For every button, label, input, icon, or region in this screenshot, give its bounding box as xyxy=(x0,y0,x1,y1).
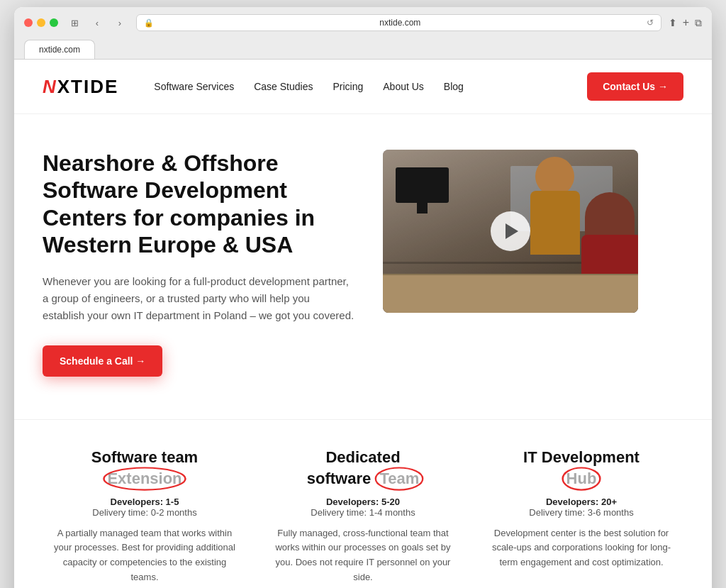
nav-blog[interactable]: Blog xyxy=(444,81,464,92)
service-3-meta: Developers: 20+ Delivery time: 3-6 month… xyxy=(486,497,676,518)
sidebar-toggle-icon[interactable]: ⊞ xyxy=(65,16,84,30)
service-card-hub: IT Development Hub Developers: 20+ Deliv… xyxy=(479,434,683,588)
services-section: Software team Extension Developers: 1-5 … xyxy=(14,419,712,588)
page-content: NXTIDE Software Services Case Studies Pr… xyxy=(14,60,712,588)
browser-actions: ⬆ + ⧉ xyxy=(669,16,702,29)
url-display: nxtide.com xyxy=(158,18,642,28)
service-card-extension: Software team Extension Developers: 1-5 … xyxy=(43,434,247,588)
logo-rest: XTIDE xyxy=(57,76,119,97)
traffic-lights xyxy=(24,18,58,27)
service-1-title-line1: Software team xyxy=(50,448,240,467)
contact-us-button[interactable]: Contact Us → xyxy=(587,72,683,101)
nav-icons: ⊞ ‹ › xyxy=(65,16,129,30)
logo-n: N xyxy=(43,76,57,97)
logo[interactable]: NXTIDE xyxy=(43,76,118,98)
browser-chrome: ⊞ ‹ › 🔒 nxtide.com ↺ ⬆ + ⧉ nxtide.com xyxy=(14,7,712,60)
hero-title: Nearshore & Offshore Software Developmen… xyxy=(43,150,354,259)
service-2-description: Fully managed, cross-functional team tha… xyxy=(268,526,458,585)
service-3-description: Development center is the best solution … xyxy=(486,526,676,570)
maximize-button[interactable] xyxy=(50,18,58,27)
active-tab[interactable]: nxtide.com xyxy=(24,40,95,59)
service-2-title-line2: software Team xyxy=(268,470,458,488)
new-tab-icon[interactable]: + xyxy=(683,16,689,29)
service-3-title-line2: Hub xyxy=(486,470,676,488)
tabs-icon[interactable]: ⧉ xyxy=(695,17,702,29)
service-1-title-line2: Extension xyxy=(50,470,240,488)
share-icon[interactable]: ⬆ xyxy=(669,17,677,28)
hero-video[interactable] xyxy=(383,150,638,313)
navbar: NXTIDE Software Services Case Studies Pr… xyxy=(14,60,712,114)
service-card-team: Dedicated software Team Developers: 5-20… xyxy=(261,434,465,588)
service-1-devs: Developers: 1-5 xyxy=(50,497,240,507)
service-2-delivery: Delivery time: 1-4 months xyxy=(268,507,458,518)
hero-section: Nearshore & Offshore Software Developmen… xyxy=(14,114,712,405)
hero-text: Nearshore & Offshore Software Developmen… xyxy=(43,150,354,377)
schedule-call-button[interactable]: Schedule a Call → xyxy=(43,345,162,377)
browser-window: ⊞ ‹ › 🔒 nxtide.com ↺ ⬆ + ⧉ nxtide.com NX… xyxy=(14,7,712,588)
play-overlay[interactable] xyxy=(383,150,638,313)
service-2-devs: Developers: 5-20 xyxy=(268,497,458,507)
browser-tabs: nxtide.com xyxy=(24,37,702,59)
service-1-circled-word: Extension xyxy=(107,470,182,488)
service-2-meta: Developers: 5-20 Delivery time: 1-4 mont… xyxy=(268,497,458,518)
hero-description: Whenever you are looking for a full-prod… xyxy=(43,273,354,324)
nav-case-studies[interactable]: Case Studies xyxy=(254,81,313,92)
service-3-circled-word: Hub xyxy=(566,470,597,488)
close-button[interactable] xyxy=(24,18,33,27)
service-2-subtitle-prefix: software xyxy=(307,470,376,488)
lock-icon: 🔒 xyxy=(144,18,154,28)
service-1-description: A partially managed team that works with… xyxy=(50,526,240,585)
nav-about-us[interactable]: About Us xyxy=(383,81,424,92)
minimize-button[interactable] xyxy=(37,18,45,27)
nav-software-services[interactable]: Software Services xyxy=(154,81,234,92)
play-triangle-icon xyxy=(506,223,518,239)
forward-icon[interactable]: › xyxy=(111,16,129,30)
play-button[interactable] xyxy=(491,211,530,251)
service-3-title-line1: IT Development xyxy=(486,448,676,467)
service-3-devs: Developers: 20+ xyxy=(486,497,676,507)
service-1-meta: Developers: 1-5 Delivery time: 0-2 month… xyxy=(50,497,240,518)
nav-links: Software Services Case Studies Pricing A… xyxy=(154,81,587,92)
service-2-circled-word: Team xyxy=(379,470,419,488)
service-1-delivery: Delivery time: 0-2 months xyxy=(50,507,240,518)
nav-pricing[interactable]: Pricing xyxy=(333,81,363,92)
back-icon[interactable]: ‹ xyxy=(88,16,106,30)
service-2-title-line1: Dedicated xyxy=(268,448,458,467)
service-3-delivery: Delivery time: 3-6 months xyxy=(486,507,676,518)
reload-icon[interactable]: ↺ xyxy=(647,18,654,28)
address-bar[interactable]: 🔒 nxtide.com ↺ xyxy=(136,14,661,31)
